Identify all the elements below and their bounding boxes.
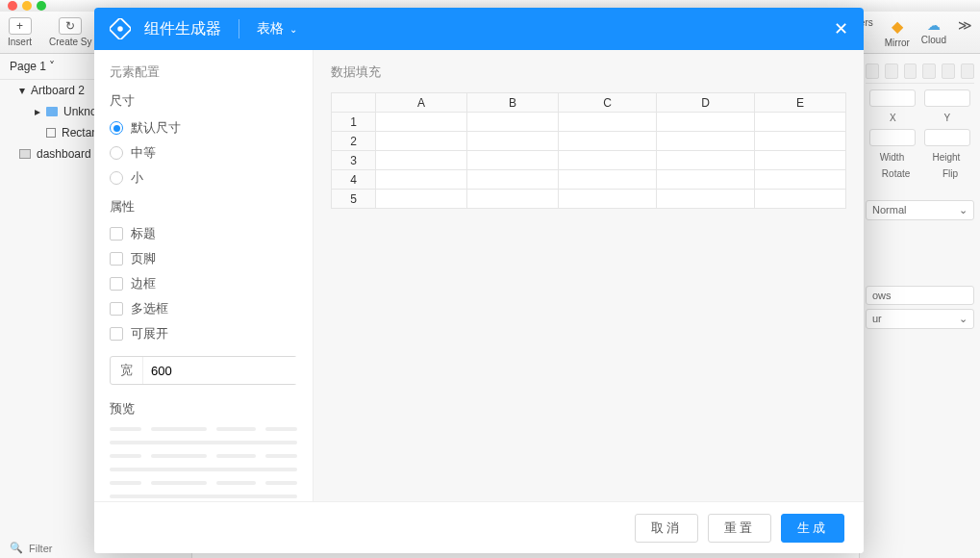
data-cell[interactable] bbox=[657, 170, 755, 190]
size-small-radio[interactable]: 小 bbox=[110, 165, 297, 190]
close-button[interactable]: ✕ bbox=[834, 18, 848, 39]
radio-icon bbox=[110, 146, 123, 160]
attr-footer-checkbox[interactable]: 页脚 bbox=[110, 246, 297, 271]
size-group-label: 尺寸 bbox=[110, 92, 297, 110]
reset-button[interactable]: 重置 bbox=[708, 514, 771, 543]
checkbox-icon bbox=[110, 252, 123, 266]
divider bbox=[239, 19, 239, 38]
height-field[interactable] bbox=[924, 129, 970, 146]
col-header[interactable]: A bbox=[376, 93, 467, 113]
checkbox-icon bbox=[110, 277, 123, 291]
size-medium-radio[interactable]: 中等 bbox=[110, 140, 297, 165]
row-header[interactable]: 2 bbox=[332, 132, 376, 151]
data-cell[interactable] bbox=[559, 132, 657, 151]
data-cell[interactable] bbox=[559, 190, 657, 209]
toolbar-create-symbol[interactable]: ↻Create Sy bbox=[49, 17, 91, 47]
generate-button[interactable]: 生成 bbox=[781, 514, 844, 543]
attr-border-checkbox[interactable]: 边框 bbox=[110, 271, 297, 296]
config-panel: 元素配置 尺寸 默认尺寸 中等 小 属性 标题 页脚 边框 多选框 可展开 宽 bbox=[94, 50, 314, 501]
checkbox-icon bbox=[110, 227, 123, 241]
shape-icon bbox=[46, 128, 56, 138]
size-default-radio[interactable]: 默认尺寸 bbox=[110, 115, 297, 140]
toolbar-mirror[interactable]: ◆Mirror bbox=[885, 17, 910, 48]
align-icon[interactable] bbox=[922, 63, 936, 79]
align-icon[interactable] bbox=[942, 63, 955, 79]
checkbox-icon bbox=[110, 302, 123, 316]
folder-icon bbox=[46, 107, 58, 116]
align-icon[interactable] bbox=[885, 63, 898, 79]
data-cell[interactable] bbox=[559, 170, 657, 190]
data-cell[interactable] bbox=[376, 170, 467, 190]
image-icon bbox=[19, 149, 31, 159]
preview-skeleton bbox=[110, 427, 297, 498]
data-cell[interactable] bbox=[754, 151, 845, 170]
toolbar-more[interactable]: ≫ bbox=[958, 17, 972, 48]
window-minimize-button[interactable] bbox=[22, 1, 32, 11]
data-cell[interactable] bbox=[467, 132, 559, 151]
inspector-panel: XY WidthHeight RotateFlip Normal⌄ ows ur… bbox=[859, 54, 980, 558]
svg-point-1 bbox=[118, 27, 122, 31]
data-cell[interactable] bbox=[376, 132, 467, 151]
width-value-input[interactable] bbox=[143, 357, 314, 384]
row-header[interactable]: 3 bbox=[332, 151, 376, 170]
data-grid[interactable]: A B C D E 12345 bbox=[331, 92, 846, 209]
data-cell[interactable] bbox=[754, 113, 845, 132]
blend-mode-select[interactable]: Normal⌄ bbox=[866, 200, 974, 220]
data-cell[interactable] bbox=[467, 190, 559, 209]
toolbar-cloud[interactable]: ☁Cloud bbox=[921, 17, 946, 48]
table-row: 5 bbox=[332, 190, 846, 209]
data-section-title: 数据填充 bbox=[331, 63, 846, 81]
attr-expandable-checkbox[interactable]: 可展开 bbox=[110, 321, 297, 346]
data-cell[interactable] bbox=[657, 132, 755, 151]
data-cell[interactable] bbox=[376, 190, 467, 209]
app-logo-icon bbox=[110, 18, 131, 39]
data-cell[interactable] bbox=[376, 113, 467, 132]
x-field[interactable] bbox=[869, 89, 916, 107]
align-icon[interactable] bbox=[961, 63, 974, 79]
align-icon[interactable] bbox=[904, 63, 917, 79]
data-fill-panel: 数据填充 A B C D E 12345 bbox=[314, 50, 864, 501]
col-header[interactable]: B bbox=[467, 93, 559, 113]
modal-header: 组件生成器 表格 ⌄ ✕ bbox=[94, 8, 864, 50]
data-cell[interactable] bbox=[657, 151, 755, 170]
col-header[interactable]: C bbox=[559, 93, 657, 113]
window-zoom-button[interactable] bbox=[37, 1, 46, 11]
table-row: 2 bbox=[332, 132, 846, 151]
table-row: 4 bbox=[332, 170, 846, 190]
data-cell[interactable] bbox=[754, 170, 845, 190]
y-field[interactable] bbox=[924, 89, 970, 107]
row-header[interactable]: 5 bbox=[332, 190, 376, 209]
window-close-button[interactable] bbox=[8, 1, 17, 11]
data-cell[interactable] bbox=[754, 132, 845, 151]
row-header[interactable]: 4 bbox=[332, 170, 376, 190]
toolbar-insert[interactable]: +Insert bbox=[8, 17, 32, 47]
modal-title: 组件生成器 bbox=[144, 19, 221, 39]
component-type-dropdown[interactable]: 表格 ⌄ bbox=[257, 20, 297, 38]
data-cell[interactable] bbox=[754, 190, 845, 209]
data-cell[interactable] bbox=[559, 113, 657, 132]
table-row: 3 bbox=[332, 151, 846, 170]
align-icon[interactable] bbox=[866, 63, 879, 79]
data-cell[interactable] bbox=[559, 151, 657, 170]
checkbox-icon bbox=[110, 327, 123, 341]
table-row: 1 bbox=[332, 113, 846, 132]
attr-title-checkbox[interactable]: 标题 bbox=[110, 221, 297, 246]
col-header[interactable]: D bbox=[657, 93, 755, 113]
blur-section[interactable]: ur⌄ bbox=[866, 309, 974, 329]
modal-footer: 取消 重置 生成 bbox=[94, 501, 864, 553]
attr-multiselect-checkbox[interactable]: 多选框 bbox=[110, 296, 297, 321]
shadows-section[interactable]: ows bbox=[866, 286, 974, 305]
data-cell[interactable] bbox=[467, 170, 559, 190]
radio-icon bbox=[110, 121, 123, 135]
data-cell[interactable] bbox=[467, 113, 559, 132]
data-cell[interactable] bbox=[657, 190, 755, 209]
config-section-title: 元素配置 bbox=[110, 63, 297, 81]
row-header[interactable]: 1 bbox=[332, 113, 376, 132]
data-cell[interactable] bbox=[467, 151, 559, 170]
data-cell[interactable] bbox=[376, 151, 467, 170]
cancel-button[interactable]: 取消 bbox=[635, 514, 698, 543]
attr-group-label: 属性 bbox=[110, 198, 297, 216]
col-header[interactable]: E bbox=[754, 93, 845, 113]
data-cell[interactable] bbox=[657, 113, 755, 132]
width-field[interactable] bbox=[869, 129, 916, 146]
